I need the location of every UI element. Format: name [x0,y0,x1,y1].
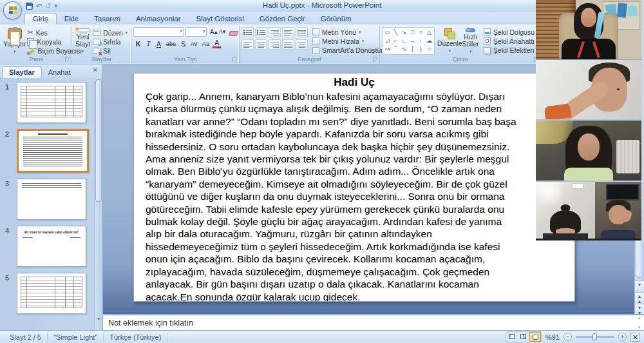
shape-cell: } [417,45,425,54]
previous-slide-button[interactable]: ▲▲ [635,292,644,302]
slide-line: götüreceğim. Tabii elimde kafesle epey y… [146,203,574,215]
justify-icon [284,41,292,48]
slide-thumb-row-1: 1 [4,82,102,123]
shape-cell: ∟ [400,37,408,45]
shape-outline-button[interactable]: Şekil Anahattı▾ [482,37,541,45]
panel-tab-anahat[interactable]: Anahat [42,67,77,78]
zoom-slider-thumb[interactable] [592,333,597,340]
shape-fill-button[interactable]: Şekil Dolgusu▾ [482,28,541,36]
tab-animasyonlar[interactable]: Animasyonlar [128,14,189,24]
language-indicator[interactable]: Türkçe (Türkiye) [104,333,167,342]
shadow-button[interactable]: S [178,39,188,48]
panel-scroll-down-icon[interactable]: ▼ [95,317,102,321]
group-label-cizim: Çizim [380,55,540,63]
video-feed-teacher[interactable] [536,0,641,59]
panel-tab-slaytlar[interactable]: Slaytlar [2,66,42,78]
slide-line: onun için açacağım. Biblo da başını çevi… [146,253,574,265]
panel-close-icon[interactable]: ✕ [91,66,100,74]
tab-gorunum[interactable]: Görünüm [313,14,359,24]
slide-body-text[interactable]: Çok garip... Annem, kanaryam Biblo’nun k… [146,90,574,302]
align-right-button[interactable] [269,39,281,50]
slide-thumbnail-2-selected[interactable] [17,129,89,173]
tab-gozden-gecir[interactable]: Gözden Geçir [252,14,313,24]
layout-button[interactable]: Düzen▾ [91,28,129,37]
tab-slayt-gosterisi[interactable]: Slayt Gösterisi [189,14,252,24]
slide-line: çıkarsa ölürmüş çünkü uçmaya alışık deği… [146,103,574,115]
bullets-button[interactable] [242,27,254,37]
thumbnail-table-graphic [21,277,82,308]
font-color-button[interactable]: A [212,39,222,48]
grow-font-button[interactable]: A▴ [210,28,218,35]
pano-dialog-launcher-icon[interactable] [65,57,70,62]
theme-name[interactable]: "Simple Light" [48,333,104,342]
decrease-indent-button[interactable] [269,27,281,37]
group-font: A▴ A▾ K T A abe S AV Aa A Yazı Tipi [131,26,240,63]
video-feed-student-girl[interactable] [536,119,641,181]
next-slide-button[interactable]: ▼▼ [635,304,644,314]
numbering-button[interactable] [255,27,267,37]
office-button[interactable] [3,1,22,19]
slide-thumbnail-1[interactable] [17,82,86,123]
slide-title[interactable]: Hadi Uç [134,76,574,89]
group-label-yazi-tipi: Yazı Tipi [131,55,239,63]
fit-to-window-button[interactable] [630,333,640,342]
thumbnail-slide4-title: Bir insan bir hayvana sahip olabilir mi? [19,231,84,234]
change-case-button[interactable]: Aa [200,39,212,48]
orange-object-graphic [544,103,572,119]
paste-button[interactable]: Yapıştır▾ [3,27,26,55]
group-drawing: ▭╲↘□○△◿⌐∟→↓☁↝⌒∿{}☆ Düzenle▾ Hızlı Stille… [380,26,541,63]
italic-button[interactable]: T [144,39,153,48]
strikethrough-button[interactable]: abe [164,39,178,48]
zoom-slider[interactable] [576,336,614,338]
convert-smartart-button[interactable]: SmartArt'a Dönüştür▾ [311,46,389,55]
slide[interactable]: Hadi Uç Çok garip... Annem, kanaryam Bib… [133,73,575,302]
yazi-tipi-dialog-launcher-icon[interactable] [232,57,238,62]
notes-scroll-icons[interactable]: ▲▼ [636,316,643,329]
shrink-font-button[interactable]: A▾ [219,28,226,35]
shape-cell: ⌐ [392,37,400,45]
justify-button[interactable] [282,39,294,50]
reset-button[interactable]: Sıfırla [91,37,129,46]
slide-sorter-view-button[interactable] [518,332,529,342]
layout-icon [93,30,100,36]
increase-indent-button[interactable] [282,27,294,37]
font-size-combo[interactable] [185,27,207,37]
shapes-gallery[interactable]: ▭╲↘□○△◿⌐∟→↓☁↝⌒∿{}☆ [382,27,435,55]
zoom-in-button[interactable]: + [618,333,627,341]
paragraf-dialog-launcher-icon[interactable] [373,57,378,62]
slide-thumbnail-4[interactable]: Bir insan bir hayvana sahip olabilir mi? [17,226,86,267]
new-slide-button[interactable]: Yeni Slayt▾ [74,27,91,55]
align-left-button[interactable] [242,39,254,50]
zoom-out-button[interactable]: − [564,333,572,341]
underline-button[interactable]: A [154,39,164,48]
notes-placeholder[interactable]: Not eklemek için tıklatın [103,318,193,328]
quick-styles-button[interactable]: Hızlı Stiller▾ [462,27,479,55]
slide-thumbnail-5[interactable] [17,273,86,314]
bold-button[interactable]: K [133,39,143,48]
normal-view-button[interactable] [506,332,518,342]
tab-giris[interactable]: Giriş [24,13,57,24]
delete-button[interactable]: Sil [91,46,129,55]
tab-ekle[interactable]: Ekle [57,14,86,24]
tab-tasarim[interactable]: Tasarım [86,14,128,24]
panel-scrollbar[interactable]: ▼ [94,78,102,330]
slide-thumbnail-3[interactable] [17,179,86,220]
align-center-button[interactable] [255,39,267,50]
align-text-button[interactable]: Metni Hizala▾ [311,37,389,45]
clear-formatting-icon[interactable] [229,28,237,36]
shape-effects-button[interactable]: Şekil Efektleri▾ [482,46,541,55]
character-spacing-button[interactable]: AV [189,39,200,48]
line-spacing-button[interactable] [296,27,308,37]
arrange-button[interactable]: Düzenle▾ [437,27,462,55]
notes-pane[interactable]: Not eklemek için tıklatın ▲▼ [103,314,644,330]
video-feed-two-students[interactable] [536,181,641,239]
tv-screen-graphic [606,184,639,201]
panel-scrollbar-thumb[interactable] [95,79,102,202]
video-feed-student-boy[interactable] [536,59,641,119]
font-name-combo[interactable] [133,27,184,37]
scroll-down-icon[interactable]: ▼ [635,280,644,291]
slideshow-view-button[interactable] [529,332,541,342]
columns-button[interactable] [296,39,308,50]
text-direction-button[interactable]: Metin Yönü▾ [311,28,389,36]
shape-effects-icon [484,47,491,54]
